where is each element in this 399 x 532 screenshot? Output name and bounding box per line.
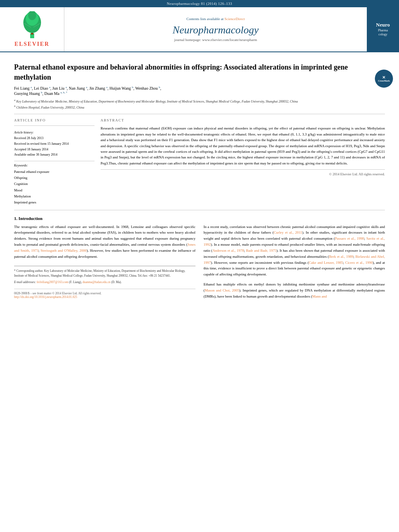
bottom-bar: 0028-3908/$ – see front matter © 2014 El… <box>14 289 195 299</box>
intro-right-col: In a recent study, correlation was obser… <box>204 224 385 300</box>
issn-text: 0028-3908/$ – see front matter © 2014 El… <box>14 292 195 295</box>
ref-cake[interactable]: Cake and Lenzer, 1985 <box>309 261 343 265</box>
divider-1 <box>14 114 385 114</box>
elsevier-logo: ELSEVIER <box>14 11 49 47</box>
ref-mann[interactable]: Mann and <box>312 294 327 298</box>
email-duan[interactable]: duanma@fudan.edu.cn <box>82 280 110 284</box>
article-dates: Received 28 July 2013 Received in revise… <box>14 136 95 157</box>
introduction-title: 1. Introduction <box>14 216 385 221</box>
journal-header: ELSEVIER Contents lists available at Sci… <box>0 7 399 52</box>
email-fei[interactable]: feifeiliang2007@163.com <box>37 280 68 284</box>
email-note: E-mail addresses: feifeiliang2007@163.co… <box>14 280 195 285</box>
article-info-col: ARTICLE INFO Article history: Received 2… <box>14 118 95 205</box>
article-info-abstract: ARTICLE INFO Article history: Received 2… <box>14 118 385 205</box>
elsevier-logo-section: ELSEVIER <box>0 7 64 51</box>
ref-berk[interactable]: Berk et al., 1989 <box>329 255 354 259</box>
abstract-col: ABSTRACT Research confirms that maternal… <box>101 118 385 205</box>
doi-link[interactable]: http://dx.doi.org/10.1016/j.neuropharm.2… <box>14 295 77 299</box>
content-area: Paternal ethanol exposure and behavioral… <box>0 52 399 306</box>
paper-title: Paternal ethanol exposure and behavioral… <box>14 62 385 82</box>
intro-left-text: The teratogenic effects of ethanol expos… <box>14 224 195 260</box>
ref-mason-choi[interactable]: Mason and Choi, 2005 <box>205 288 239 292</box>
intro-right-text-2: Ethanol has multiple effects on methyl d… <box>204 281 385 300</box>
introduction-body: The teratogenic effects of ethanol expos… <box>14 224 385 300</box>
footnotes: * Corresponding author. Key Laboratory o… <box>14 266 195 285</box>
ref-anderson[interactable]: Anderson et al., 1978 <box>212 249 244 253</box>
affiliations: a Key Laboratory of Molecular Medicine, … <box>14 98 385 110</box>
ref-passaro[interactable]: Passaro et al., 1998 <box>335 236 364 240</box>
authors: Fei Liang a, Lei Diao a, Jun Liu a, Nan … <box>14 86 385 96</box>
keywords-label: Keywords: <box>14 164 95 167</box>
intro-right-text: In a recent study, correlation was obser… <box>204 224 385 278</box>
neuro-logo-section: Neuro Pharma cology <box>367 7 399 51</box>
divider-2 <box>14 210 385 210</box>
science-direct-link: Contents lists available at ScienceDirec… <box>187 17 245 21</box>
abstract-title: ABSTRACT <box>101 118 385 122</box>
crossmark-section: ✕ CrossMark <box>375 70 393 88</box>
journal-title-section: Contents lists available at ScienceDirec… <box>64 7 367 51</box>
corresponding-author-note: * Corresponding author. Key Laboratory o… <box>14 269 195 278</box>
science-direct-anchor[interactable]: ScienceDirect <box>224 17 245 21</box>
elsevier-text: ELSEVIER <box>14 41 49 47</box>
journal-title: Neuropharmacology <box>173 24 259 36</box>
ref-cicero[interactable]: Cicero et al., 1990 <box>345 261 372 265</box>
citation-text: Neuropharmacology 81 (2014) 126–133 <box>167 2 232 6</box>
keywords-section: Keywords: Paternal ethanol exposure Offs… <box>14 161 95 206</box>
ref-badr[interactable]: Badr and Badr, 1975 <box>246 249 277 253</box>
neuro-logo: Neuro Pharma cology <box>376 22 390 37</box>
title-section: Paternal ethanol exposure and behavioral… <box>14 62 385 82</box>
crossmark-badge: ✕ CrossMark <box>375 70 393 88</box>
intro-left-col: The teratogenic effects of ethanol expos… <box>14 224 195 300</box>
article-history: Article history: Received 28 July 2013 R… <box>14 125 95 157</box>
abstract-text: Research confirms that maternal ethanol … <box>101 125 385 166</box>
history-label: Article history: <box>14 131 95 134</box>
journal-homepage: journal homepage: www.elsevier.com/locat… <box>174 38 257 42</box>
ref-streissguth[interactable]: Streissguth and O'Malley, 2000 <box>41 249 87 253</box>
journal-citation: Neuropharmacology 81 (2014) 126–133 <box>0 0 399 7</box>
ref-curley[interactable]: Curley et al., 2011 <box>274 230 302 234</box>
keywords-list: Paternal ethanol exposure Offspring Cogn… <box>14 169 95 206</box>
copyright-box: © 2014 Elsevier Ltd. All rights reserved… <box>101 169 385 176</box>
article-info-title: ARTICLE INFO <box>14 118 95 122</box>
elsevier-tree-icon <box>16 11 48 39</box>
